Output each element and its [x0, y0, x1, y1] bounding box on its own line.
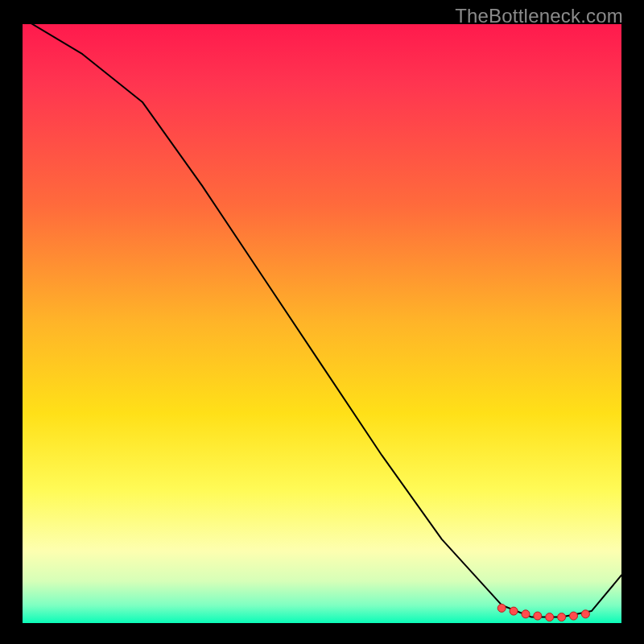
chart-container: TheBottleneck.com — [0, 0, 644, 644]
chart-svg — [23, 24, 621, 623]
marker-dot — [581, 610, 589, 618]
marker-dot — [497, 604, 506, 612]
marker-dot — [534, 612, 542, 620]
marker-dot — [522, 610, 530, 618]
marker-dot — [510, 607, 518, 615]
marker-dot — [546, 613, 554, 621]
plot-area — [23, 24, 621, 623]
marker-group — [497, 604, 589, 621]
marker-dot — [558, 613, 566, 621]
curve-line — [23, 24, 621, 617]
marker-dot — [570, 612, 578, 620]
